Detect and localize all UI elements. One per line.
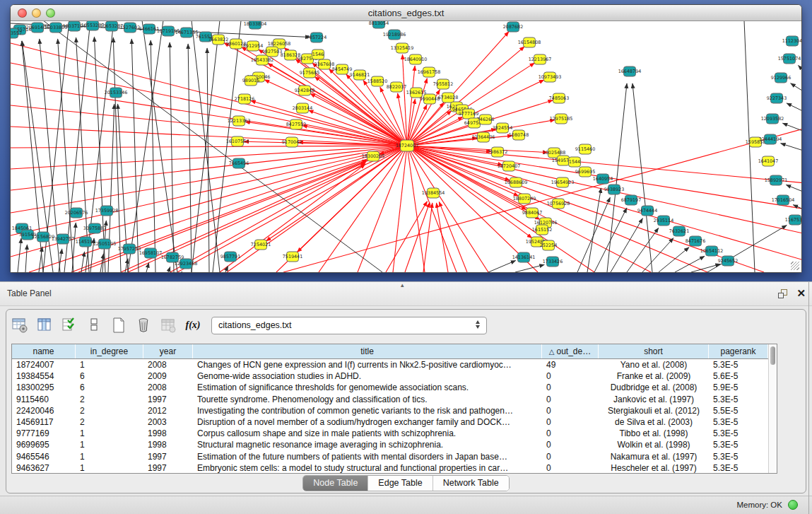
table-cell[interactable]: Structural magnetic resonance image aver… xyxy=(193,439,542,450)
graph-node[interactable]: 12093582 xyxy=(761,114,784,124)
graph-node[interactable]: 7632621 xyxy=(669,226,689,236)
table-cell[interactable]: Stergiakouli et al. (2012) xyxy=(599,405,709,416)
table-cell[interactable]: 2008 xyxy=(143,359,193,370)
graph-node[interactable]: 18640910 xyxy=(404,54,428,64)
graph-node[interactable]: 252254 xyxy=(540,240,557,250)
panel-drag-grip-icon[interactable]: ▴ xyxy=(401,281,404,288)
graph-node[interactable]: 13325419 xyxy=(391,43,414,53)
table-cell[interactable]: 0 xyxy=(542,439,599,450)
table-row[interactable]: 1830029562008Estimation of significance … xyxy=(12,382,768,393)
graph-node[interactable]: 9857791 xyxy=(220,252,240,262)
table-cell[interactable]: Genome-wide association studies in ADHD. xyxy=(193,370,542,382)
graph-edge[interactable] xyxy=(423,203,433,272)
table-cell[interactable]: 1998 xyxy=(143,439,193,450)
table-cell[interactable]: 0 xyxy=(542,451,599,462)
table-cell[interactable]: 0 xyxy=(542,405,599,416)
table-cell[interactable]: 5.9E-5 xyxy=(709,382,768,393)
graph-node[interactable]: 9175685 xyxy=(300,68,319,78)
table-cell[interactable]: 2 xyxy=(76,416,143,428)
table-cell[interactable]: 19384554 xyxy=(12,370,76,382)
table-cell[interactable]: Corpus callosum shape and size in male p… xyxy=(193,428,542,439)
graph-edge[interactable] xyxy=(43,21,382,272)
graph-node[interactable]: 19384554 xyxy=(422,188,445,198)
graph-edge[interactable] xyxy=(264,80,407,146)
graph-node[interactable]: 2803144 xyxy=(293,103,312,113)
table-cell[interactable]: 49 xyxy=(542,359,599,370)
table-cell[interactable]: Estimation of the future numbers of pati… xyxy=(193,451,542,462)
table-cell[interactable]: 6 xyxy=(76,370,143,382)
graph-edge[interactable] xyxy=(11,105,407,146)
graph-node[interactable]: 746266 xyxy=(477,115,494,124)
table-row[interactable]: 2242004622012Investigating the contribut… xyxy=(12,405,768,416)
table-row[interactable]: 946554611997Estimation of the future num… xyxy=(12,451,768,462)
graph-edge[interactable] xyxy=(72,223,76,272)
graph-node[interactable]: 19218986 xyxy=(383,30,406,40)
table-selector-dropdown[interactable]: citations_edges.txt xyxy=(211,317,487,334)
graph-node[interactable]: 15892971 xyxy=(765,175,788,185)
graph-node[interactable]: 16648794 xyxy=(618,66,642,76)
graph-node[interactable]: 7986372 xyxy=(488,147,507,157)
table-row[interactable]: 1456911722003Disruption of a novel membe… xyxy=(12,416,768,428)
graph-node[interactable]: 10756928 xyxy=(547,199,570,209)
tab-network-table[interactable]: Network Table xyxy=(433,476,509,491)
table-settings-icon[interactable] xyxy=(11,316,29,334)
table-cell[interactable]: 2008 xyxy=(143,382,193,393)
graph-edge[interactable] xyxy=(791,83,801,95)
column-header-pagerank[interactable]: pagerank xyxy=(709,344,768,358)
graph-node[interactable]: 8471676 xyxy=(686,236,705,246)
table-cell[interactable]: 1997 xyxy=(143,462,193,474)
graph-edge[interactable] xyxy=(146,263,149,272)
float-panel-icon[interactable] xyxy=(778,289,789,299)
graph-node[interactable]: 1080748 xyxy=(509,130,529,140)
graph-edge[interactable] xyxy=(436,203,448,272)
graph-node[interactable]: 9129966 xyxy=(771,73,791,83)
graph-node[interactable]: 7519441 xyxy=(283,252,302,262)
table-cell[interactable]: 0 xyxy=(542,382,599,393)
graph-edge[interactable] xyxy=(577,197,610,272)
graph-edge[interactable] xyxy=(170,163,365,272)
column-header-title[interactable]: title xyxy=(193,344,542,358)
table-cell[interactable]: 2 xyxy=(76,394,143,405)
table-cell[interactable]: 1997 xyxy=(143,451,193,462)
table-cell[interactable]: Jankovic et al. (1997) xyxy=(599,394,709,405)
graph-node[interactable]: 16958107 xyxy=(139,248,163,258)
tab-node-table[interactable]: Node Table xyxy=(303,476,368,491)
column-header-name[interactable]: name xyxy=(12,344,76,358)
table-cell[interactable]: 0 xyxy=(542,428,599,439)
table-cell[interactable]: Wolkin et al. (1998) xyxy=(599,439,709,450)
graph-node[interactable]: 16154808 xyxy=(518,37,541,47)
graph-node[interactable]: 8813054 xyxy=(369,21,389,28)
table-cell[interactable]: 9465546 xyxy=(12,451,76,462)
import-table-icon[interactable] xyxy=(159,316,177,334)
table-cell[interactable]: 0 xyxy=(542,416,599,428)
graph-node[interactable]: 1641047 xyxy=(758,156,778,166)
graph-edge[interactable] xyxy=(786,185,801,193)
table-row[interactable]: 1872400712008Changes of HCN gene express… xyxy=(12,359,768,370)
graph-node[interactable]: 19654923 xyxy=(551,177,575,187)
graph-edge[interactable] xyxy=(627,228,659,272)
graph-node[interactable]: 9170042 xyxy=(282,137,302,147)
graph-node[interactable]: 12975185 xyxy=(550,114,573,124)
table-cell[interactable]: 0 xyxy=(542,462,599,474)
graph-edge[interactable] xyxy=(11,43,407,146)
table-cell[interactable]: 1997 xyxy=(143,394,193,405)
graph-node[interactable]: 1546 xyxy=(312,49,324,59)
table-cell[interactable]: 5.3E-5 xyxy=(709,428,768,439)
graph-node[interactable]: 7485063 xyxy=(549,93,569,103)
table-row[interactable]: 946362711997Embryonic stem cells: a mode… xyxy=(12,462,768,474)
table-scrollbar[interactable] xyxy=(768,344,777,473)
table-cell[interactable]: Nakamura et al. (1997) xyxy=(599,451,709,462)
table-cell[interactable]: 2012 xyxy=(143,405,193,416)
table-cell[interactable]: Tibbo et al. (1998) xyxy=(599,428,709,439)
table-cell[interactable]: 18724007 xyxy=(12,359,76,370)
graph-edge[interactable] xyxy=(386,201,427,272)
graph-edge[interactable] xyxy=(488,261,516,272)
table-cell[interactable]: 5.3E-5 xyxy=(709,439,768,450)
graph-node[interactable]: 1733426 xyxy=(543,257,563,267)
table-cell[interactable]: 2009 xyxy=(143,370,193,382)
graph-node[interactable]: 3824554 xyxy=(493,123,512,133)
resize-grip-icon[interactable] xyxy=(791,262,799,270)
table-row[interactable]: 969969511998Structural magnetic resonanc… xyxy=(12,439,768,450)
table-row[interactable]: 1938455462009Genome-wide association stu… xyxy=(12,370,768,382)
table-cell[interactable]: 22420046 xyxy=(12,405,76,416)
